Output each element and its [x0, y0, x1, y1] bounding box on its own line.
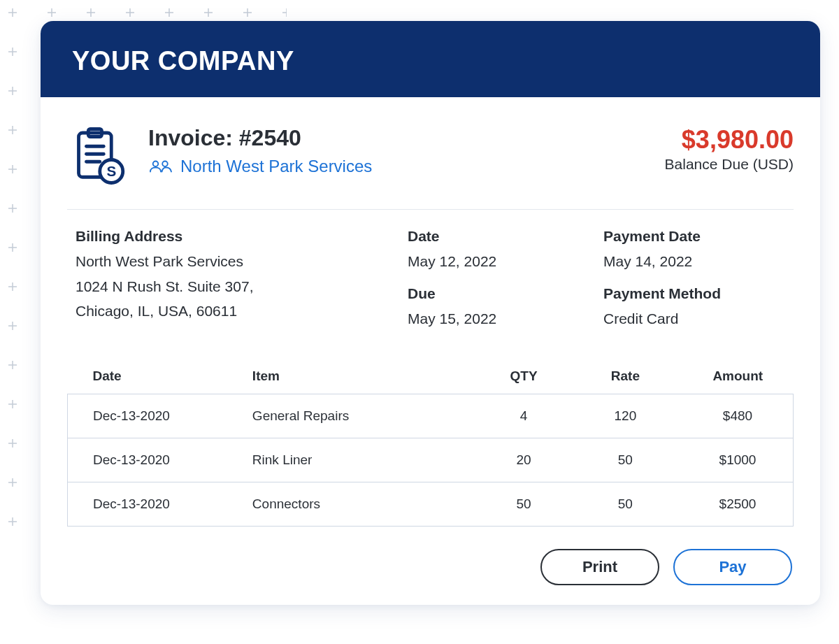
cell-amount: $2500: [670, 482, 793, 527]
card-body: S Invoice: #2540 North West Park Service…: [41, 97, 820, 605]
billing-line: North West Park Services: [76, 249, 394, 274]
col-item: Item: [227, 359, 467, 394]
col-qty: QTY: [466, 359, 568, 394]
cell-amount: $1000: [670, 438, 793, 482]
invoice-title: Invoice: #2540: [148, 125, 645, 151]
due-value: May 15, 2022: [408, 306, 589, 331]
cell-item: Connectors: [227, 482, 467, 527]
cell-item: General Repairs: [227, 394, 467, 438]
payment-date-value: May 14, 2022: [603, 249, 785, 274]
divider: [67, 209, 794, 210]
cell-date: Dec-13-2020: [68, 394, 227, 438]
pay-button[interactable]: Pay: [673, 549, 792, 585]
cell-qty: 50: [466, 482, 568, 527]
cell-rate: 50: [568, 482, 670, 527]
customer-link[interactable]: North West Park Services: [148, 157, 645, 176]
billing-address-heading: Billing Address: [76, 228, 394, 245]
col-amount: Amount: [670, 359, 793, 394]
cell-date: Dec-13-2020: [68, 482, 227, 527]
cell-qty: 4: [466, 394, 568, 438]
cell-rate: 120: [568, 394, 670, 438]
print-button[interactable]: Print: [540, 549, 659, 585]
cell-qty: 20: [466, 438, 568, 482]
line-items-table: Date Item QTY Rate Amount Dec-13-2020 Ge…: [67, 359, 794, 527]
table-row: Dec-13-2020 Rink Liner 20 50 $1000: [68, 438, 794, 482]
customer-name: North West Park Services: [180, 157, 372, 176]
due-heading: Due: [408, 285, 589, 302]
col-rate: Rate: [568, 359, 670, 394]
table-row: Dec-13-2020 Connectors 50 50 $2500: [68, 482, 794, 527]
cell-date: Dec-13-2020: [68, 438, 227, 482]
payment-method-value: Credit Card: [603, 306, 785, 331]
cell-amount: $480: [670, 394, 793, 438]
card-header: YOUR COMPANY: [41, 21, 820, 97]
cell-rate: 50: [568, 438, 670, 482]
billing-line: 1024 N Rush St. Suite 307,: [76, 274, 394, 299]
table-row: Dec-13-2020 General Repairs 4 120 $480: [68, 394, 794, 438]
payment-method-heading: Payment Method: [603, 285, 785, 302]
svg-text:S: S: [106, 163, 116, 179]
balance-label: Balance Due (USD): [665, 156, 794, 173]
people-icon: [148, 158, 173, 175]
balance-amount: $3,980.00: [665, 125, 794, 155]
billing-line: Chicago, IL, USA, 60611: [76, 299, 394, 324]
svg-point-8: [153, 162, 159, 167]
col-date: Date: [68, 359, 227, 394]
company-name: YOUR COMPANY: [72, 46, 789, 76]
svg-point-9: [162, 162, 168, 167]
date-heading: Date: [408, 228, 589, 245]
invoice-clipboard-icon: S: [67, 125, 129, 187]
cell-item: Rink Liner: [227, 438, 467, 482]
date-value: May 12, 2022: [408, 249, 589, 274]
invoice-card: YOUR COMPANY S Invoice: #2540: [41, 21, 820, 605]
payment-date-heading: Payment Date: [603, 228, 785, 245]
